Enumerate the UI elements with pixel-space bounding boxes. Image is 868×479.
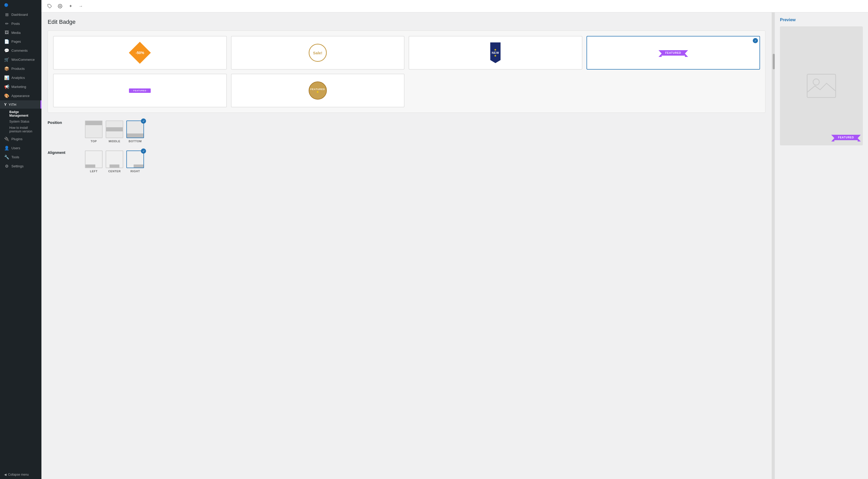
sidebar-item-appearance[interactable]: 🎨 Appearance [0, 91, 41, 100]
sidebar-item-label: Posts [11, 22, 20, 26]
preview-badge: FEATURED [834, 135, 858, 140]
sidebar-item-yith[interactable]: Y YITH [0, 100, 41, 109]
preview-image-container: FEATURED [780, 26, 863, 145]
badge-cell-featured-ribbon[interactable]: ✓ FEATURED [587, 36, 760, 70]
badge-cell-circle[interactable]: Sale! [231, 36, 405, 70]
badge-cell-ribbon-vertical[interactable]: ★ NEW ★ [409, 36, 582, 70]
sidebar-item-users[interactable]: 👤 Users [0, 143, 41, 152]
analytics-icon: 📊 [4, 75, 9, 80]
featured-circle-badge: FEATURED ★ [309, 81, 327, 100]
position-option-top[interactable]: TOP [85, 121, 102, 143]
pos-label-bottom: BOTTOM [129, 140, 142, 143]
badge-cell-label-small[interactable]: · FEATURED · [53, 74, 227, 107]
preview-featured-ribbon-text: FEATURED [834, 135, 858, 140]
arrow-right-icon[interactable]: → [76, 2, 85, 10]
position-option-middle[interactable]: MIDDLE [106, 121, 123, 143]
diamond-badge-text: -50% [136, 51, 144, 55]
tag-icon[interactable] [45, 2, 54, 10]
sidebar-item-label: Users [11, 146, 20, 150]
main-area: ✦ → Edit Badge -50% Sale! [41, 0, 868, 479]
sidebar-item-pages[interactable]: 📄 Pages [0, 37, 41, 46]
sidebar-item-label: Media [11, 31, 21, 35]
products-icon: 📦 [4, 66, 9, 71]
svg-point-3 [813, 79, 819, 85]
collapse-label: Collapse menu [8, 473, 29, 476]
sidebar-sub-how-to-install[interactable]: How to install premium version [0, 125, 41, 135]
dashboard-icon: ⊞ [4, 12, 9, 17]
featured-circle-text: FEATURED [310, 88, 325, 91]
collapse-icon: ◀ [4, 473, 6, 476]
alignment-label: Alignment [48, 150, 79, 155]
align-bar-right [134, 165, 144, 168]
selected-checkmark: ✓ [753, 38, 758, 43]
star-bottom: ★ [494, 54, 497, 57]
vertical-scrollbar[interactable] [773, 43, 775, 95]
alignment-option-left[interactable]: LEFT [85, 150, 102, 173]
sidebar-item-dashboard[interactable]: ⊞ Dashboard [0, 10, 41, 19]
sidebar-item-comments[interactable]: 💬 Comments [0, 46, 41, 55]
sidebar-item-label: Pages [11, 40, 21, 43]
pos-bar-middle [106, 127, 123, 131]
media-icon: 🖼 [4, 30, 9, 35]
scrollbar-thumb[interactable] [773, 54, 775, 69]
badge-grid: -50% Sale! ★ NEW ★ [53, 36, 760, 107]
yith-icon: Y [4, 102, 6, 107]
users-icon: 👤 [4, 146, 9, 150]
comments-icon: 💬 [4, 48, 9, 53]
diamond-badge: -50% [129, 42, 151, 64]
sidebar-item-label: WooCommerce [11, 58, 35, 62]
pos-bar-top [86, 121, 102, 125]
content-area: Edit Badge -50% Sale! [41, 12, 868, 479]
wp-logo: 🔵 [0, 0, 41, 10]
sparkle-icon[interactable]: ✦ [66, 2, 74, 10]
align-selected-check: ✓ [141, 148, 146, 153]
sidebar-item-media[interactable]: 🖼 Media [0, 28, 41, 37]
star-top: ★ [494, 48, 497, 51]
editor-panel: Edit Badge -50% Sale! [41, 12, 772, 479]
gear-icon[interactable] [56, 2, 64, 10]
alignment-option-center[interactable]: CENTER [106, 150, 123, 173]
sidebar-item-label: Plugins [11, 137, 23, 141]
sidebar-item-marketing[interactable]: 📢 Marketing [0, 82, 41, 91]
sidebar-item-label: Products [11, 67, 25, 71]
align-box-left [85, 150, 102, 168]
page-title: Edit Badge [48, 19, 766, 25]
sidebar-item-label: Settings [11, 164, 24, 168]
ribbon-vertical-badge: ★ NEW ★ [490, 42, 501, 63]
pos-label-top: TOP [91, 140, 97, 143]
sidebar-sub-system-status[interactable]: System Status [0, 118, 41, 125]
posts-icon: ✏ [4, 21, 9, 26]
sidebar-item-settings[interactable]: ⚙ Settings [0, 162, 41, 171]
align-bar-center [110, 165, 119, 168]
sidebar-item-plugins[interactable]: 🔌 Plugins [0, 135, 41, 143]
image-placeholder-icon [806, 73, 837, 99]
position-option-bottom[interactable]: ✓ BOTTOM [126, 121, 144, 143]
badge-cell-featured-circle[interactable]: FEATURED ★ [231, 74, 405, 107]
woocommerce-icon: 🛒 [4, 57, 9, 62]
position-label: Position [48, 121, 79, 125]
sidebar-item-tools[interactable]: 🔧 Tools [0, 152, 41, 162]
badge-cell-diamond[interactable]: -50% [53, 36, 227, 70]
pos-box-middle [106, 121, 123, 138]
marketing-icon: 📢 [4, 84, 9, 89]
sidebar-item-posts[interactable]: ✏ Posts [0, 19, 41, 28]
sidebar-item-products[interactable]: 📦 Products [0, 64, 41, 73]
alignment-options: LEFT CENTER ✓ RIGHT [85, 150, 144, 173]
sidebar-item-woocommerce[interactable]: 🛒 WooCommerce [0, 55, 41, 64]
sidebar-item-label: Dashboard [11, 13, 28, 16]
badge-grid-container: -50% Sale! ★ NEW ★ [48, 31, 766, 113]
sidebar-item-analytics[interactable]: 📊 Analytics [0, 73, 41, 82]
circle-badge: Sale! [309, 44, 327, 62]
sidebar-item-label: Marketing [11, 85, 26, 89]
align-label-right: RIGHT [130, 170, 140, 173]
sidebar: 🔵 ⊞ Dashboard ✏ Posts 🖼 Media 📄 Pages 💬 … [0, 0, 41, 479]
alignment-option-right[interactable]: ✓ RIGHT [126, 150, 144, 173]
appearance-icon: 🎨 [4, 93, 9, 98]
badge-management-title: Badge Management [0, 109, 41, 118]
preview-panel: Preview FEATURED [775, 12, 868, 479]
align-box-center [106, 150, 123, 168]
settings-icon: ⚙ [4, 164, 9, 169]
collapse-menu-button[interactable]: ◀ Collapse menu [0, 470, 41, 479]
svg-point-1 [60, 5, 61, 7]
align-label-center: CENTER [108, 170, 121, 173]
